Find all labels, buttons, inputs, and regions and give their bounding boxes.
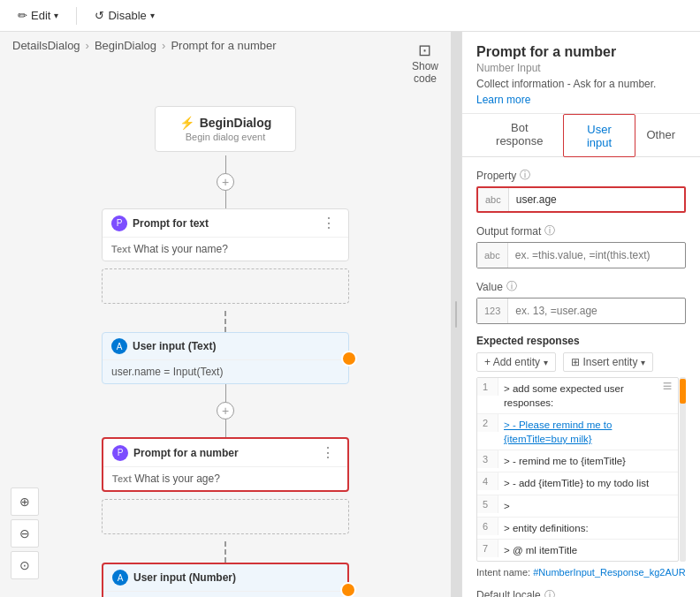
responses-table: 1 > add some expected user responses: ≡ … xyxy=(476,377,679,562)
canvas-scroll[interactable]: ⚡ BeginDialog Begin dialog event + xyxy=(0,88,451,597)
add-entity-button[interactable]: + Add entity ▾ xyxy=(476,352,556,372)
output-format-prefix: abc xyxy=(477,243,508,268)
user-input-text-body: user.name = Input(Text) xyxy=(103,360,348,383)
property-field-group: Property ⓘ abc xyxy=(476,168,686,213)
prompt-text-body: Text What is your name? xyxy=(103,238,348,261)
zoom-in-button[interactable]: ⊕ xyxy=(11,487,39,516)
begin-dialog-title: ⚡ BeginDialog xyxy=(173,116,278,130)
expected-responses-label: Expected responses xyxy=(476,335,686,347)
user-input-text-wrapper: A User input (Text) user.name = Input(Te… xyxy=(35,332,415,384)
value-input[interactable] xyxy=(508,298,685,323)
output-format-label: Output format ⓘ xyxy=(476,223,686,238)
output-format-input-row: abc xyxy=(476,242,686,268)
response-row-5[interactable]: 5 > xyxy=(477,495,678,518)
disable-label: Disable xyxy=(108,9,146,22)
prompt-number-header: P Prompt for a number ⋮ xyxy=(103,439,347,467)
panel-subtitle: Number Input xyxy=(476,62,686,74)
show-code-button[interactable]: ⊡ Showcode xyxy=(412,39,438,85)
default-locale-label: Default locale ⓘ xyxy=(476,588,686,597)
prompt-number-body: Text What is your age? xyxy=(103,467,347,490)
responses-wrapper: 1 > add some expected user responses: ≡ … xyxy=(476,377,686,562)
value-prefix: 123 xyxy=(477,298,508,323)
begin-dialog-subtitle: Begin dialog event xyxy=(173,132,278,142)
value-input-row: 123 xyxy=(476,298,686,324)
response-row-3[interactable]: 3 > - remind me to {itemTitle} xyxy=(477,450,678,472)
dashed-connector-1 xyxy=(224,311,226,332)
breadcrumb-item-1[interactable]: DetailsDialog xyxy=(12,39,80,52)
property-input-row: abc xyxy=(476,186,686,213)
user-input-text-icon: A xyxy=(111,338,127,354)
tab-bot-response[interactable]: Bot response xyxy=(476,114,563,156)
property-prefix: abc xyxy=(478,188,509,211)
response-row-2[interactable]: 2 > - Please remind me to {itemTitle=buy… xyxy=(477,414,678,450)
begin-dialog-node[interactable]: ⚡ BeginDialog Begin dialog event xyxy=(155,106,296,152)
connector-3 xyxy=(225,384,226,402)
panel-content: Property ⓘ abc Output format ⓘ abc xyxy=(462,157,700,597)
node-header-left-2: A User input (Text) xyxy=(111,338,216,354)
scroll-handle[interactable] xyxy=(451,32,461,597)
prompt-text-icon: P xyxy=(111,215,127,231)
user-input-text-header: A User input (Text) xyxy=(103,333,348,360)
output-format-info-icon[interactable]: ⓘ xyxy=(544,223,555,238)
learn-more-link[interactable]: Learn more xyxy=(476,94,530,106)
user-input-number-node[interactable]: A User input (Number) user.age = Input(N… xyxy=(102,563,349,597)
prompt-text-menu[interactable]: ⋮ xyxy=(318,215,339,231)
node-header-left: P Prompt for text xyxy=(111,215,209,231)
user-input-text-node[interactable]: A User input (Text) user.name = Input(Te… xyxy=(102,332,349,384)
zoom-out-button[interactable]: ⊖ xyxy=(11,519,39,548)
edit-chevron-icon: ▾ xyxy=(54,11,58,20)
zoom-out-icon: ⊖ xyxy=(19,526,30,540)
intent-link[interactable]: #NumberInput_Response_kg2AUR xyxy=(533,567,685,578)
prompt-number-node[interactable]: P Prompt for a number ⋮ Text What is you… xyxy=(102,437,349,492)
resp-text-7: > @ ml itemTitle xyxy=(498,540,678,561)
plus-connector-1[interactable]: + xyxy=(217,173,234,191)
insert-entity-button[interactable]: ⊞ Insert entity ▾ xyxy=(563,352,653,372)
right-panel: Prompt for a number Number Input Collect… xyxy=(461,32,700,597)
node-header-left-3: P Prompt for a number xyxy=(112,445,239,461)
edit-button[interactable]: ✏ Edit ▾ xyxy=(11,5,65,26)
value-label: Value ⓘ xyxy=(476,279,686,294)
resp-num-7: 7 xyxy=(477,540,498,557)
value-info-icon[interactable]: ⓘ xyxy=(506,279,517,294)
tab-other[interactable]: Other xyxy=(635,114,686,156)
breadcrumb-sep-1: › xyxy=(86,39,89,52)
property-input[interactable] xyxy=(509,188,684,211)
resp-text-6: > entity definitions: xyxy=(498,518,678,539)
insert-entity-chevron: ▾ xyxy=(641,358,645,367)
response-row-4[interactable]: 4 > - add {itemTitle} to my todo list xyxy=(477,472,678,495)
resp-actions-1: ≡ xyxy=(657,378,678,394)
lines-icon-1: ≡ xyxy=(663,378,673,394)
default-locale-info-icon[interactable]: ⓘ xyxy=(544,588,555,597)
user-input-number-dot xyxy=(340,582,356,598)
user-input-number-icon: A xyxy=(112,570,128,586)
lightning-icon: ⚡ xyxy=(179,116,194,130)
plus-connector-2[interactable]: + xyxy=(217,402,234,419)
disable-button[interactable]: ↺ Disable ▾ xyxy=(88,5,161,26)
tab-user-input[interactable]: User input xyxy=(563,114,636,157)
resp-text-2: > - Please remind me to {itemTitle=buy m… xyxy=(498,414,678,450)
resp-text-5: > xyxy=(498,495,678,517)
property-label: Property ⓘ xyxy=(476,168,686,183)
begin-dialog-box[interactable]: ⚡ BeginDialog Begin dialog event xyxy=(155,106,296,152)
prompt-text-node[interactable]: P Prompt for text ⋮ Text What is your na… xyxy=(102,208,349,261)
diagram: ⚡ BeginDialog Begin dialog event + xyxy=(0,88,451,597)
toolbar: ✏ Edit ▾ ↺ Disable ▾ xyxy=(0,0,700,32)
breadcrumb-item-3[interactable]: Prompt for a number xyxy=(171,39,276,52)
breadcrumb-item-2[interactable]: BeginDialog xyxy=(95,39,156,52)
response-row-6[interactable]: 6 > entity definitions: xyxy=(477,518,678,540)
response-row-1[interactable]: 1 > add some expected user responses: ≡ xyxy=(477,378,678,414)
response-row-7[interactable]: 7 > @ ml itemTitle xyxy=(477,540,678,561)
refresh-icon: ↺ xyxy=(95,9,104,22)
property-info-icon[interactable]: ⓘ xyxy=(520,168,530,183)
resp-num-2: 2 xyxy=(477,414,498,432)
output-format-input[interactable] xyxy=(508,243,685,268)
branch-area-2 xyxy=(102,499,349,534)
fit-button[interactable]: ⊙ xyxy=(11,551,39,579)
prompt-number-menu[interactable]: ⋮ xyxy=(317,444,339,461)
responses-scrollbar[interactable] xyxy=(680,377,686,562)
panel-description: Collect information - Ask for a number. xyxy=(476,78,686,90)
prompt-number-wrapper: P Prompt for a number ⋮ Text What is you… xyxy=(35,437,415,492)
resp-num-5: 5 xyxy=(477,495,498,513)
panel-header: Prompt for a number Number Input Collect… xyxy=(462,32,700,114)
prompt-text-header: P Prompt for text ⋮ xyxy=(103,209,348,238)
